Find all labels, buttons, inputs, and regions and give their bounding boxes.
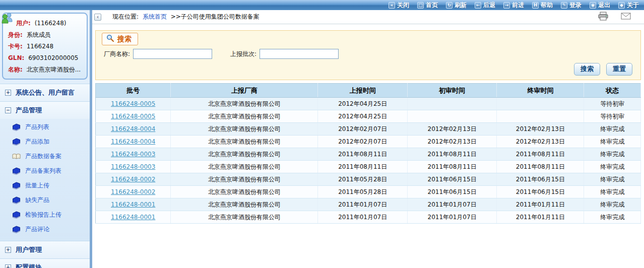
toolbar-item-label: 帮助 [541,1,553,10]
toolbar-logout-button[interactable]: ◉ 退出 [590,1,610,10]
toolbar-close-button[interactable]: « 关闭 [389,1,409,10]
column-header-status: 状态 [584,84,641,98]
sidebar-item-product-comments[interactable]: 产品评论 [0,222,90,237]
report-batch-input[interactable] [260,49,339,59]
status-cell: 等待初审 [584,98,641,110]
users-icon [1,12,14,25]
toolbar-about-button[interactable]: ◆ 关于 [618,1,639,10]
final-review-cell: 2011年01月11日 [497,198,584,211]
final-review-cell: 2011年08月11日 [497,148,584,161]
batch-link[interactable]: 1166248-0005 [111,113,155,120]
manufacturer-cell: 北京燕京啤酒股份有限公司 [171,186,318,198]
table-row: 1166248-0003 北京燕京啤酒股份有限公司 2011年08月11日 20… [96,148,641,161]
initial-review-cell [407,110,496,123]
sidebar-item-product-record-list[interactable]: 产品备案列表 [0,164,90,178]
identity-label: 身份: [8,31,23,38]
batch-link[interactable]: 1166248-0005 [111,100,155,107]
records-table: 批号 上报厂商 上报时间 初审时间 终审时间 状态 1166248-0005 北… [95,83,641,224]
gln-label: GLN: [8,54,24,61]
sidebar-section-product-management[interactable]: − 产品管理 [0,102,90,119]
name-label: 名称: [8,66,23,73]
table-row: 1166248-0003 北京燕京啤酒股份有限公司 2011年08月11日 20… [96,161,641,173]
book-icon [12,138,21,146]
card-number-value: 1166248 [27,43,53,50]
batch-link[interactable]: 1166248-0004 [111,138,155,145]
toolbar-item-icon: ◉ [590,2,596,9]
toolbar-refresh-button[interactable]: ↻ 刷新 [446,1,467,10]
manufacturer-cell: 北京燕京啤酒股份有限公司 [171,123,318,136]
sidebar-section-config-module[interactable]: + 配置模块 [0,259,90,268]
book-icon [12,226,21,233]
top-toolbar: « 关闭 □ 首页 ↻ 刷新 ← 后退 → 前进 [0,0,644,10]
manufacturer-cell: 北京燕京啤酒股份有限公司 [171,173,318,186]
sidebar-item-missing-products[interactable]: 缺失产品 [0,193,90,208]
batch-link[interactable]: 1166248-0001 [111,214,155,221]
batch-link[interactable]: 1166248-0003 [111,163,155,170]
sidebar-item-product-list[interactable]: 产品列表 [0,120,90,135]
sidebar-item-batch-upload[interactable]: 批量上传 [0,178,90,193]
reset-button[interactable]: 重置 [606,63,632,76]
search-tab-label: 搜索 [117,35,132,44]
toolbar-item-icon: ✎ [561,2,567,9]
manufacturer-cell: 北京燕京啤酒股份有限公司 [171,136,318,148]
sidebar-collapse-button[interactable]: ‹ [94,14,101,21]
toolbar-help-button[interactable]: H 帮助 [532,1,553,10]
search-panel: 搜索 厂商名称: 上报批次: 搜索 重置 [95,30,641,80]
identity-row: 身份: 系统成员 [8,29,84,41]
manufacturer-cell: 北京燕京啤酒股份有限公司 [171,98,318,110]
toolbar-item-icon: → [503,2,510,9]
sidebar-section-announcements[interactable]: + 系统公告、用户留言 [0,84,90,101]
table-row: 1166248-0005 北京燕京啤酒股份有限公司 2012年04月25日 等待… [96,98,641,110]
toolbar-item-label: 关于 [627,1,639,10]
toolbar-back-button[interactable]: ← 后退 [475,1,495,10]
status-cell: 等待初审 [584,110,641,123]
breadcrumb-home-link[interactable]: 系统首页 [143,13,167,20]
mail-icon[interactable] [621,13,631,21]
sidebar-item-product-data-record[interactable]: 产品数据备案 [0,149,90,164]
toolbar-home-button[interactable]: □ 首页 [417,1,438,10]
toolbar-login-button[interactable]: ✎ 登录 [561,1,582,10]
user-value: (1166248) [35,20,67,27]
status-cell: 终审完成 [584,198,641,211]
expand-plus-icon: + [5,90,11,96]
initial-review-cell [407,98,496,110]
identity-value: 系统成员 [27,31,51,38]
manufacturer-name-input[interactable] [133,49,212,59]
batch-link[interactable]: 1166248-0001 [111,201,155,208]
book-icon [12,211,21,219]
expand-plus-icon: + [5,247,11,253]
toolbar-item-icon: ← [475,2,481,9]
initial-review-cell: 2011年01月07日 [407,198,496,211]
manufacturer-cell: 北京燕京啤酒股份有限公司 [171,198,318,211]
status-cell: 终审完成 [584,186,641,198]
status-cell: 终审完成 [584,211,641,224]
sidebar-item-inspection-upload[interactable]: 检验报告上传 [0,208,90,222]
search-fields-row: 厂商名称: 上报批次: [104,49,640,59]
report-date-cell: 2011年05月28日 [318,186,407,198]
toolbar-forward-button[interactable]: → 前进 [503,1,524,10]
toolbar-item-label: 退出 [598,1,610,10]
sidebar-section-user-management[interactable]: + 用户管理 [0,241,90,258]
batch-link[interactable]: 1166248-0004 [111,125,155,132]
book-icon [12,167,21,175]
search-button[interactable]: 搜索 [574,63,600,76]
search-buttons-row: 搜索 重置 [96,63,632,76]
toolbar-item-icon: □ [417,2,424,9]
table-row: 1166248-0002 北京燕京啤酒股份有限公司 2011年05月28日 20… [96,173,641,186]
batch-link[interactable]: 1166248-0002 [111,176,155,183]
print-icon[interactable] [598,12,609,22]
search-tab: 搜索 [102,33,138,45]
manufacturer-cell: 北京燕京啤酒股份有限公司 [171,161,318,173]
sidebar-item-product-add[interactable]: 产品添加 [0,135,90,149]
report-date-cell: 2012年04月25日 [318,98,407,110]
book-icon [12,153,21,160]
status-cell: 终审完成 [584,173,641,186]
batch-link[interactable]: 1166248-0003 [111,151,155,158]
book-icon [12,123,21,131]
toolbar-item-label: 登录 [569,1,582,10]
final-review-cell: 2012年02月13日 [497,136,584,148]
breadcrumb-prefix: 现在位置: [112,13,139,20]
batch-link[interactable]: 1166248-0002 [111,188,155,195]
table-row: 1166248-0005 北京燕京啤酒股份有限公司 2012年04月25日 等待… [96,110,641,123]
table-row: 1166248-0004 北京燕京啤酒股份有限公司 2012年02月07日 20… [96,123,641,136]
